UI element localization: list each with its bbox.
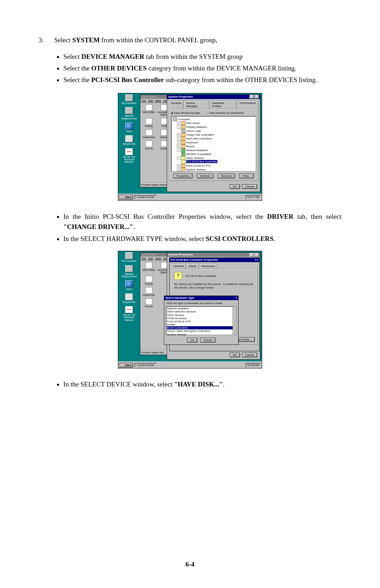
tab-general: General [171, 264, 186, 269]
titlebar-inactive: System Properties?× [167, 253, 260, 257]
titlebar: PCI SCSI Bus Controller Properties ?× [170, 258, 259, 262]
tabs: General Driver Resources [171, 264, 258, 269]
desktop-icon: Inbox [120, 280, 138, 290]
close-icon: × [254, 95, 259, 99]
tab-driver: Driver [186, 264, 198, 269]
cp-icon: Sounds [141, 141, 157, 150]
help-icon: ? [249, 95, 254, 99]
close-icon: × [235, 296, 237, 300]
desktop-icon: Recycle Bin [120, 135, 138, 145]
taskbar-item: Control Panel [134, 363, 156, 367]
taskbar: 🪟 Start Control Panel 10:28 AM [118, 361, 262, 368]
tabs: General Device Manager Hardware Profiles… [169, 100, 259, 109]
bullets-2: In the Initio PCI-SCSI Bus Controller Pr… [39, 211, 341, 244]
step-number: 3. [39, 35, 54, 45]
desktop-icon: Network Neighborhood [120, 107, 138, 120]
taskbar-item: Control Panel [134, 195, 156, 199]
cancel-button: Cancel [242, 184, 257, 189]
cp-icon: Display [141, 118, 157, 127]
bullet: In the SELECT DEVICE window, select "HAV… [63, 379, 341, 389]
bullet: Select DEVICE MANAGER tab from within th… [63, 51, 341, 62]
desktop-icon: Recycle Bin [120, 293, 138, 303]
remove-button: Remove [218, 174, 235, 178]
close-icon: × [256, 258, 258, 262]
desktop-icons: My Computer Network Neighborhood Inbox R… [120, 94, 138, 166]
clock: 10:28 AM [246, 363, 261, 367]
bullet: Select the OTHER DEVICES category from w… [63, 63, 341, 73]
radio-by-type: View devices by type [171, 111, 200, 114]
refresh-button: Refresh [197, 174, 213, 178]
cancel-button: Cancel [200, 338, 215, 342]
cp-icon: Display [141, 276, 157, 285]
desktop-icon: My Computer [120, 252, 138, 262]
page-number: 6-4 [0, 561, 380, 568]
question-icon: ? [174, 272, 182, 280]
tab-resources: Resources [199, 264, 217, 269]
tab-device-manager: Device Manager [184, 100, 209, 109]
radio-by-connection: View devices by connection [207, 111, 244, 114]
bullet: Select the PCI-SCSI Bus Controller sub-c… [63, 75, 341, 85]
step-text: Select SYSTEM from within the CONTROL PA… [54, 35, 341, 45]
system-properties-dialog: System Properties ?× General Device Mana… [167, 94, 260, 192]
cp-icon: Sounds [141, 298, 157, 308]
screenshot-1: My Computer Network Neighborhood Inbox R… [118, 93, 262, 201]
screenshot-2: My Computer Network Neighborhood Inbox R… [118, 251, 262, 369]
step-3: 3. Select SYSTEM from within the CONTROL… [39, 35, 341, 45]
select-hardware-type-dialog: Select Hardware Type × Click the type of… [164, 296, 239, 345]
device-tree: Computer+Disk drives−Display adaptersCir… [171, 116, 256, 172]
desktop-icon: Network Neighborhood [120, 265, 138, 278]
desktop-icon: msnSet Up The Microsoft Network [120, 306, 138, 321]
desktop-icon: Inbox [120, 123, 138, 132]
prompt: Click the type of hardware you want to i… [164, 300, 238, 305]
clock: 10:27 AM [246, 195, 261, 199]
taskbar: 🪟 Start Control Panel 10:27 AM [118, 194, 262, 200]
tab-performance: Performance [237, 100, 258, 109]
ok-button: OK [187, 338, 198, 342]
titlebar: Select Hardware Type × [164, 296, 238, 300]
ok-button: OK [230, 184, 240, 189]
cp-icon: 32bit ODBC [141, 262, 157, 274]
tab-hardware-profiles: Hardware Profiles [210, 100, 237, 109]
cp-icon: 32bit ODBC [141, 104, 157, 116]
help-icon: ? [254, 258, 256, 262]
desktop-icon: My Computer [120, 94, 138, 104]
tab-body: View devices by type View devices by con… [169, 109, 259, 181]
cp-icon: Multimedia [141, 129, 157, 138]
desktop-icons: My Computer Network Neighborhood Inbox R… [120, 252, 138, 324]
cancel-button: Cancel [242, 353, 257, 357]
page: 3. Select SYSTEM from within the CONTROL… [0, 0, 380, 588]
bullet: In the SELECT HARDWARE TYPE window, sele… [63, 234, 341, 244]
start-button: 🪟 Start [119, 195, 133, 199]
cp-icon: Multimedia [141, 287, 157, 296]
ok-button: OK [230, 353, 240, 357]
hardware-type-list: Network adaptersOther detected devicesOt… [166, 306, 237, 335]
bullets-1: Select DEVICE MANAGER tab from within th… [39, 51, 341, 85]
device-name: PCI SCSI Bus Controller [185, 274, 216, 278]
properties-button: Properties [173, 174, 192, 178]
tab-general: General [169, 100, 183, 109]
bullets-3: In the SELECT DEVICE window, select "HAV… [39, 379, 341, 389]
desktop-icon: msnSet Up The Microsoft Network [120, 148, 138, 163]
bullet: In the Initio PCI-SCSI Bus Controller Pr… [63, 211, 341, 232]
driver-message: No drivers are installed for this device… [174, 283, 255, 289]
start-button: 🪟 Start [119, 363, 133, 367]
titlebar: System Properties ?× [167, 95, 260, 99]
print-button: Print... [239, 174, 254, 178]
